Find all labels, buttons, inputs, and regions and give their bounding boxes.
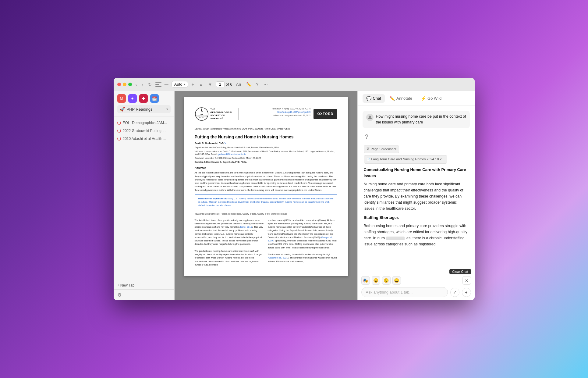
attachment-row: 🎭 😊 🙂 😄 Clear Chat ✕ (361, 276, 471, 285)
annotate-toolbar-button[interactable]: ✏️ (245, 81, 253, 87)
font-button[interactable]: Aa (235, 81, 243, 87)
sidebar-footer: ⚙ (114, 289, 174, 300)
screenshot-icon: 🖼 (367, 147, 370, 152)
new-tab-button[interactable]: + New Tab (114, 281, 174, 289)
pdf-header: THE GERONTOLOGICAL SOCIETY THE GERONTOLO… (195, 107, 337, 121)
screenshot-pill-label: Page Screenshot (371, 147, 396, 152)
sidebar-header: M ✦ ✚ 📆 🚀 PHP Readings ▾ (114, 91, 174, 116)
left-sidebar: M ✦ ✚ 📆 🚀 PHP Readings ▾ EOL_Demographic… (114, 91, 175, 300)
gsa-logo: THE GERONTOLOGICAL SOCIETY (195, 107, 209, 121)
page-number-input[interactable] (216, 81, 225, 87)
user-message: How might nursing home care be put in th… (363, 111, 470, 128)
clear-chat-tooltip: Clear Chat (449, 269, 471, 274)
minimize-button[interactable] (123, 83, 126, 86)
dates-line: Received: November 9, 2021; Editorial De… (195, 157, 337, 160)
corr-label: *Address correspondence to: (195, 150, 222, 152)
collection-icon: 🚀 (120, 107, 125, 112)
gowild-tab-label: Go Wild (427, 96, 441, 101)
help-button[interactable]: ? (255, 81, 260, 87)
forward-button[interactable]: › (140, 81, 144, 87)
section1-text: Nursing home care and primary care both … (364, 181, 469, 212)
geng-ref[interactable]: Geng et al., 2019 (268, 236, 333, 242)
cite-info-block: Innovation in Aging, 2022, Vol. 6, No. 4… (241, 107, 310, 121)
ext-icon-calendar[interactable]: 📆 (150, 94, 159, 103)
author-links: *• (224, 142, 226, 144)
gsa-name3: SOCIETY OF (211, 114, 233, 117)
new-tab-label: + New Tab (117, 283, 135, 287)
chat-messages-area: How might nursing home care be put in th… (358, 106, 475, 273)
ext-icon-plus[interactable]: ✚ (139, 94, 148, 103)
redacted-text (386, 237, 405, 240)
sidebar-tab-grabowski[interactable]: 2022 Grabowski Putting ... (114, 127, 174, 135)
header-divider (238, 108, 239, 120)
citation-pill-longterm[interactable]: 📄 Long Term Care and Nursing Homes 2024 … (364, 155, 447, 164)
special-rule (195, 132, 337, 132)
gsa-name: THE (211, 108, 233, 111)
clear-chat-button[interactable]: ✕ (462, 276, 471, 285)
citation-pill-screenshot[interactable]: 🖼 Page Screenshot (364, 145, 399, 154)
tab-annotate[interactable]: ✏️ Annotate (386, 94, 416, 103)
special-issue-label: Special Issue: Translational Research on… (195, 127, 337, 131)
main-content: M ✦ ✚ 📆 🚀 PHP Readings ▾ EOL_Demographic… (114, 91, 475, 300)
sidebar-toggle-button[interactable] (155, 82, 161, 87)
oxford-badge: OXFORD (313, 109, 337, 119)
section2-heading: Staffing Shortages (364, 215, 469, 221)
page-down-button[interactable]: ▼ (207, 81, 214, 87)
chat-input-area: 🎭 😊 🙂 😄 Clear Chat ✕ ⤢ + (358, 273, 475, 300)
svg-point-4 (369, 116, 371, 118)
corr-email[interactable]: grabowski@med.harvard.edu (218, 153, 246, 155)
tab-title-grabowski: 2022 Grabowski Putting ... (123, 129, 166, 133)
ext-icon-puzzle[interactable]: ✦ (128, 94, 137, 103)
tab-gowild[interactable]: ⚡ Go Wild (417, 94, 445, 103)
back-button[interactable]: ‹ (134, 81, 138, 87)
sidebar-tab-eol[interactable]: EOL_Demographics.JAM... (114, 119, 174, 127)
tab-favicon-adashi (117, 137, 121, 141)
tab-chat[interactable]: 💬 Chat (363, 94, 385, 103)
zoom-dropdown[interactable]: Auto ▾ (172, 81, 188, 87)
editor-line: Decision Editor: Howard B. Degenholtz, P… (195, 161, 337, 164)
svg-text:SOCIETY: SOCIETY (199, 117, 204, 118)
chat-icon: 💬 (366, 96, 371, 101)
chat-input-row: ⤢ + (361, 287, 471, 297)
maximize-button[interactable] (128, 83, 132, 86)
page-up-button[interactable]: ▲ (198, 81, 204, 87)
annotate-tab-label: Annotate (396, 96, 412, 101)
emoji-icon-2[interactable]: 😊 (372, 276, 380, 285)
chat-add-button[interactable]: + (462, 288, 471, 297)
gandhi-ref[interactable]: Gandhi et al., 2021 (268, 256, 288, 259)
add-page-button[interactable]: + (190, 81, 195, 87)
refresh-button[interactable]: ↻ (147, 81, 153, 87)
sidebar-tab-adashi[interactable]: 2010 Adashi et al Health ... (114, 135, 174, 143)
traffic-lights (117, 83, 132, 86)
app-window: ‹ › ↻ — Auto ▾ + ▲ ▼ of (114, 78, 475, 300)
emoji-icon-3[interactable]: 🙂 (382, 276, 391, 285)
user-message-text: How might nursing home care be put in th… (376, 114, 466, 125)
collection-dropdown[interactable]: 🚀 PHP Readings ▾ (117, 105, 171, 113)
emoji-icon-1[interactable]: 🎭 (361, 276, 370, 285)
settings-icon[interactable]: ⚙ (117, 292, 122, 298)
close-button[interactable] (117, 83, 121, 86)
emoji-icon-4[interactable]: 😄 (392, 276, 401, 285)
toolbar-right: Aa ✏️ ? ⋯ (235, 81, 269, 87)
pdf-viewer[interactable]: THE GERONTOLOGICAL SOCIETY THE GERONTOLO… (175, 91, 357, 300)
body-col2: practical nurses (LPNs), and certified n… (268, 219, 337, 267)
extension-icons: M ✦ ✚ 📆 (117, 94, 171, 103)
tab-favicon-grabowski (117, 129, 121, 133)
cite-text: Innovation in Aging, 2022, Vol. 6, No. 4… (241, 107, 310, 117)
tab-title-adashi: 2010 Adashi et al Health ... (123, 137, 166, 141)
abstract-text: As the late Robert Kane observed, the te… (195, 171, 337, 192)
abstract-heading: Abstract (195, 166, 337, 170)
more-options-button[interactable]: ⋯ (262, 81, 269, 87)
ext-icon-red[interactable]: M (117, 94, 126, 103)
chat-expand-button[interactable]: ⤢ (450, 288, 459, 297)
pdf-header-left: THE GERONTOLOGICAL SOCIETY THE GERONTOLO… (195, 107, 241, 121)
chat-input[interactable] (361, 287, 448, 297)
gsa-name4: AMERICA® (211, 117, 233, 120)
header-rule (195, 125, 337, 125)
page-of-label: of (226, 82, 229, 87)
author-line: David C. Grabowski, PhD *• (195, 141, 337, 145)
kane-ref[interactable]: Kane, 2011 (240, 226, 252, 228)
longterm-pill-label: Long Term Care and Nursing Homes 2024 10… (371, 157, 445, 162)
doc-icon: 📄 (367, 157, 370, 162)
tab-title-eol: EOL_Demographics.JAM... (123, 121, 167, 125)
